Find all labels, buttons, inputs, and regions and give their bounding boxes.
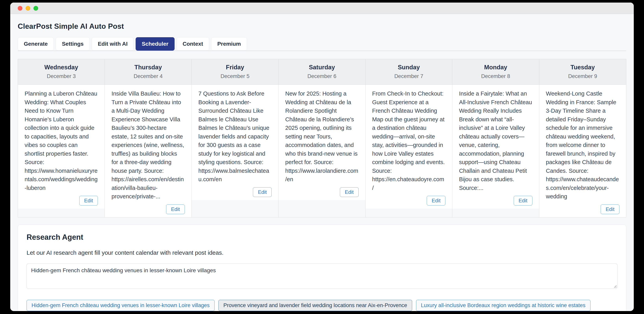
suggestion-button-loire-villages[interactable]: Hidden-gem French château wedding venues…	[26, 300, 214, 311]
day-name: Sunday	[366, 64, 452, 71]
day-header: Saturday December 6	[278, 59, 365, 85]
day-header: Friday December 5	[192, 59, 278, 85]
edit-button[interactable]: Edit	[166, 204, 185, 214]
post-text: From Check-In to Checkout: Guest Experie…	[372, 89, 446, 192]
post-text: Weekend-Long Castle Wedding in France: S…	[546, 89, 620, 201]
day-post-cell: 7 Questions to Ask Before Booking a Lave…	[192, 85, 278, 200]
tab-premium[interactable]: Premium	[211, 37, 247, 51]
day-column-tuesday: Tuesday December 9 Weekend-Long Castle W…	[539, 59, 626, 217]
day-name: Monday	[452, 64, 539, 71]
suggestion-row: Hidden-gem French château wedding venues…	[26, 300, 618, 311]
edit-button[interactable]: Edit	[601, 204, 620, 214]
edit-button[interactable]: Edit	[340, 187, 358, 197]
day-column-monday: Monday December 8 Inside a Fairytale: Wh…	[452, 59, 539, 217]
post-text: Inside Villa Baulieu: How to Turn a Priv…	[112, 89, 184, 201]
day-name: Thursday	[105, 64, 191, 71]
day-column-friday: Friday December 5 7 Questions to Ask Bef…	[192, 59, 278, 217]
suggestion-button-provence[interactable]: Provence vineyard and lavender field wed…	[218, 300, 412, 311]
window-titlebar	[10, 3, 634, 14]
page-title: ClearPost Simple AI Auto Post	[18, 22, 626, 31]
day-header: Monday December 8	[452, 59, 539, 85]
tab-edit-with-ai[interactable]: Edit with AI	[92, 37, 134, 51]
day-header: Tuesday December 9	[539, 59, 626, 85]
edit-button[interactable]: Edit	[427, 196, 446, 205]
day-date: December 5	[192, 73, 278, 79]
tab-context[interactable]: Context	[176, 37, 209, 51]
edit-button[interactable]: Edit	[514, 196, 532, 205]
day-name: Friday	[192, 64, 278, 71]
day-name: Wednesday	[18, 64, 104, 71]
app-window: ClearPost Simple AI Auto Post Generate S…	[10, 3, 634, 311]
suggestion-button-bordeaux[interactable]: Luxury all-inclusive Bordeaux region wed…	[416, 300, 590, 311]
day-name: Saturday	[278, 64, 365, 71]
tab-bar: Generate Settings Edit with AI Scheduler…	[18, 37, 626, 51]
day-date: December 6	[278, 73, 365, 79]
day-header: Sunday December 7	[366, 59, 452, 85]
day-date: December 7	[366, 73, 452, 79]
day-column-saturday: Saturday December 6 New for 2025: Hostin…	[278, 59, 365, 217]
post-text: Planning a Luberon Château Wedding: What…	[24, 89, 98, 192]
scheduler-week-grid: Wednesday December 3 Planning a Luberon …	[18, 59, 626, 217]
research-agent-heading: Research Agent	[26, 233, 618, 241]
research-agent-panel: Research Agent Let our AI research agent…	[18, 225, 626, 311]
day-header: Wednesday December 3	[18, 59, 104, 85]
day-post-cell: From Check-In to Checkout: Guest Experie…	[366, 85, 452, 209]
day-date: December 4	[105, 73, 191, 79]
day-date: December 8	[452, 73, 539, 79]
post-text: New for 2025: Hosting a Wedding at Châte…	[285, 89, 358, 184]
edit-button[interactable]: Edit	[79, 196, 98, 205]
research-topic-input[interactable]: Hidden-gem French château wedding venues…	[26, 263, 618, 289]
day-name: Tuesday	[539, 64, 626, 71]
tab-scheduler[interactable]: Scheduler	[136, 37, 174, 51]
tab-generate[interactable]: Generate	[18, 37, 54, 51]
day-post-cell: Planning a Luberon Château Wedding: What…	[18, 85, 104, 209]
day-column-thursday: Thursday December 4 Inside Villa Baulieu…	[105, 59, 192, 217]
day-post-cell: New for 2025: Hosting a Wedding at Châte…	[278, 85, 365, 200]
day-date: December 3	[18, 73, 104, 79]
day-post-cell: Inside a Fairytale: What an All-Inclusiv…	[452, 85, 539, 209]
day-column-wednesday: Wednesday December 3 Planning a Luberon …	[18, 59, 105, 217]
close-window-icon[interactable]	[18, 6, 22, 11]
zoom-window-icon[interactable]	[34, 6, 38, 11]
day-post-cell: Inside Villa Baulieu: How to Turn a Priv…	[105, 85, 191, 217]
minimize-window-icon[interactable]	[26, 6, 30, 11]
day-date: December 9	[539, 73, 626, 79]
tab-settings[interactable]: Settings	[56, 37, 90, 51]
day-column-sunday: Sunday December 7 From Check-In to Check…	[366, 59, 452, 217]
edit-button[interactable]: Edit	[253, 187, 272, 197]
day-header: Thursday December 4	[105, 59, 191, 85]
post-text: 7 Questions to Ask Before Booking a Lave…	[198, 89, 272, 184]
post-text: Inside a Fairytale: What an All-Inclusiv…	[459, 89, 532, 192]
research-agent-description: Let our AI research agent fill your cont…	[26, 249, 618, 256]
day-post-cell: Weekend-Long Castle Wedding in France: S…	[539, 85, 626, 217]
